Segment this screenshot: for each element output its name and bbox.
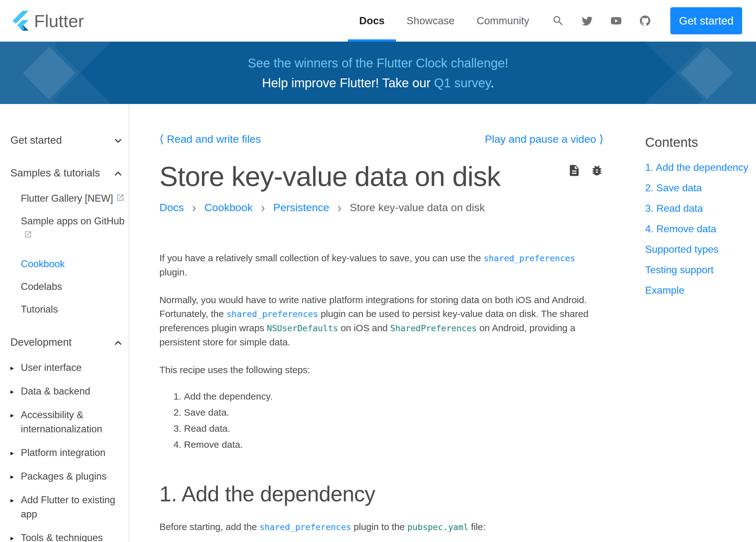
github-icon[interactable]: [639, 14, 651, 27]
next-page-link[interactable]: Play and pause a video ⟩: [485, 132, 604, 145]
recipe-step: Add the dependency.: [184, 390, 604, 403]
banner-survey-text: Help improve Flutter! Take our: [262, 76, 434, 90]
external-link-icon: [24, 228, 32, 237]
sidebar-item-codelabs[interactable]: Codelabs: [21, 280, 127, 294]
chevron-left-icon: ⟨: [159, 132, 164, 145]
paragraph-text: file:: [468, 522, 485, 532]
sidebar-item-label: Platform integration: [21, 446, 106, 460]
sidebar-section-samples-tutorials[interactable]: Samples & tutorials: [10, 166, 127, 180]
sidebar-item-sample-apps-github[interactable]: Sample apps on GitHub: [21, 214, 127, 242]
chevron-right-icon: ›: [261, 201, 265, 214]
chevron-right-icon: ⟩: [599, 132, 604, 145]
paragraph-before-starting: Before starting, add the shared_preferen…: [159, 520, 604, 534]
sidebar-item-label: Tools & techniques: [21, 531, 103, 542]
recipe-step: Read data.: [184, 422, 604, 436]
toc-read-data[interactable]: 3. Read data: [645, 202, 754, 214]
toc-example[interactable]: Example: [645, 284, 754, 296]
sidebar-item-label: Add Flutter to existing app: [21, 493, 127, 522]
sidebar-item-packages-plugins[interactable]: ▸Packages & plugins: [10, 470, 127, 484]
sidebar-item-cookbook[interactable]: Cookbook: [21, 257, 127, 271]
twitter-icon[interactable]: [581, 14, 593, 27]
youtube-icon[interactable]: [610, 14, 622, 27]
triangle-right-icon: ▸: [10, 531, 21, 542]
top-navigation: Docs Showcase Community: [359, 0, 529, 42]
logo-wordmark: Flutter: [34, 11, 84, 31]
triangle-right-icon: ▸: [10, 385, 21, 399]
paragraph-recipe-steps-intro: This recipe uses the following steps:: [159, 363, 604, 377]
nav-docs[interactable]: Docs: [359, 0, 385, 42]
header-icons: [552, 14, 651, 27]
breadcrumb-cookbook[interactable]: Cookbook: [204, 201, 253, 214]
contents-panel: Contents 1. Add the dependency 2. Save d…: [645, 135, 754, 305]
title-actions: [568, 164, 604, 177]
triangle-right-icon: ▸: [10, 446, 21, 460]
recipe-steps-list: Add the dependency. Save data. Read data…: [184, 390, 604, 452]
sidebar-section-get-started[interactable]: Get started: [10, 133, 127, 147]
banner-clock-challenge-link[interactable]: See the winners of the Flutter Clock cha…: [248, 56, 508, 70]
main-content: ⟨ Read and write files Play and pause a …: [159, 132, 604, 534]
nsuserdefaults-code: NSUserDefaults: [267, 323, 338, 333]
section-heading-add-dependency: 1. Add the dependency: [159, 482, 604, 506]
toc-testing-support[interactable]: Testing support: [645, 264, 754, 276]
sidebar-item-add-flutter-existing[interactable]: ▸Add Flutter to existing app: [10, 493, 127, 522]
sidebar: Get started Samples & tutorials Flutter …: [0, 104, 129, 542]
toc-supported-types[interactable]: Supported types: [645, 243, 754, 255]
chevron-right-icon: ›: [337, 201, 341, 214]
sidebar-item-user-interface[interactable]: ▸User interface: [10, 361, 127, 375]
toc-add-the-dependency[interactable]: 1. Add the dependency: [645, 161, 754, 173]
next-page-label: Play and pause a video: [485, 133, 596, 145]
search-icon[interactable]: [552, 14, 564, 27]
bug-report-icon[interactable]: [590, 164, 604, 177]
sidebar-item-label: Packages & plugins: [21, 470, 106, 484]
paragraph-text: on iOS and: [338, 323, 390, 333]
sidebar-item-tools-techniques[interactable]: ▸Tools & techniques: [10, 531, 127, 542]
banner-survey-line: Help improve Flutter! Take our Q1 survey…: [0, 76, 756, 90]
sidebar-item-accessibility[interactable]: ▸Accessibility & internationalization: [10, 408, 127, 437]
chevron-up-icon: [113, 168, 123, 179]
flutter-logo[interactable]: Flutter: [13, 11, 84, 31]
shared-preferences-code-link[interactable]: shared_preferences: [484, 253, 575, 263]
recipe-step: Remove data.: [184, 438, 604, 452]
paragraph-text: plugin to the: [351, 522, 408, 532]
sidebar-item-label: Sample apps on GitHub: [21, 215, 124, 226]
shared-preferences-code-link[interactable]: shared_preferences: [260, 522, 351, 532]
breadcrumb-docs[interactable]: Docs: [159, 201, 184, 214]
sidebar-section-label: Samples & tutorials: [10, 166, 100, 180]
paragraph-text: plugin.: [159, 267, 187, 277]
toc-save-data[interactable]: 2. Save data: [645, 182, 754, 194]
page-title: Store key-value data on disk: [159, 161, 500, 192]
paragraph-explanation: Normally, you would have to write native…: [159, 293, 604, 349]
sidebar-item-tutorials[interactable]: Tutorials: [21, 303, 127, 317]
shared-preferences-code-link[interactable]: shared_preferences: [226, 309, 318, 319]
title-row: Store key-value data on disk: [159, 161, 604, 192]
prev-page-link[interactable]: ⟨ Read and write files: [159, 132, 261, 145]
contents-heading: Contents: [645, 135, 754, 150]
recipe-step: Save data.: [184, 406, 604, 419]
sidebar-item-platform-integration[interactable]: ▸Platform integration: [10, 446, 127, 460]
triangle-right-icon: ▸: [10, 408, 21, 422]
promo-banner: See the winners of the Flutter Clock cha…: [0, 42, 756, 104]
sidebar-section-development[interactable]: Development: [10, 335, 127, 350]
sidebar-section-label: Get started: [10, 133, 62, 147]
breadcrumb-current-page: Store key-value data on disk: [350, 201, 485, 214]
prev-page-label: Read and write files: [167, 133, 261, 145]
sidebar-item-label: User interface: [21, 361, 82, 375]
breadcrumb-persistence[interactable]: Persistence: [273, 201, 329, 214]
paragraph-intro: If you have a relatively small collectio…: [159, 251, 604, 279]
triangle-right-icon: ▸: [10, 470, 21, 484]
sidebar-item-label: Data & backend: [21, 385, 90, 399]
sidebar-item-label: Flutter Gallery [NEW]: [21, 193, 113, 204]
sidebar-item-data-backend[interactable]: ▸Data & backend: [10, 385, 127, 399]
get-started-button[interactable]: Get started: [670, 7, 742, 34]
triangle-right-icon: ▸: [10, 361, 21, 375]
nav-community[interactable]: Community: [477, 0, 529, 42]
banner-survey-period: .: [490, 76, 494, 90]
toc-remove-data[interactable]: 4. Remove data: [645, 223, 754, 235]
pubspec-yaml-code: pubspec.yaml: [407, 522, 468, 532]
sidebar-item-flutter-gallery[interactable]: Flutter Gallery [NEW]: [21, 191, 127, 206]
sidebar-item-label: Accessibility & internationalization: [21, 408, 127, 437]
banner-q1-survey-link[interactable]: Q1 survey: [434, 76, 490, 90]
nav-showcase[interactable]: Showcase: [407, 0, 455, 42]
view-source-icon[interactable]: [568, 164, 581, 177]
breadcrumb: Docs › Cookbook › Persistence › Store ke…: [159, 201, 604, 214]
